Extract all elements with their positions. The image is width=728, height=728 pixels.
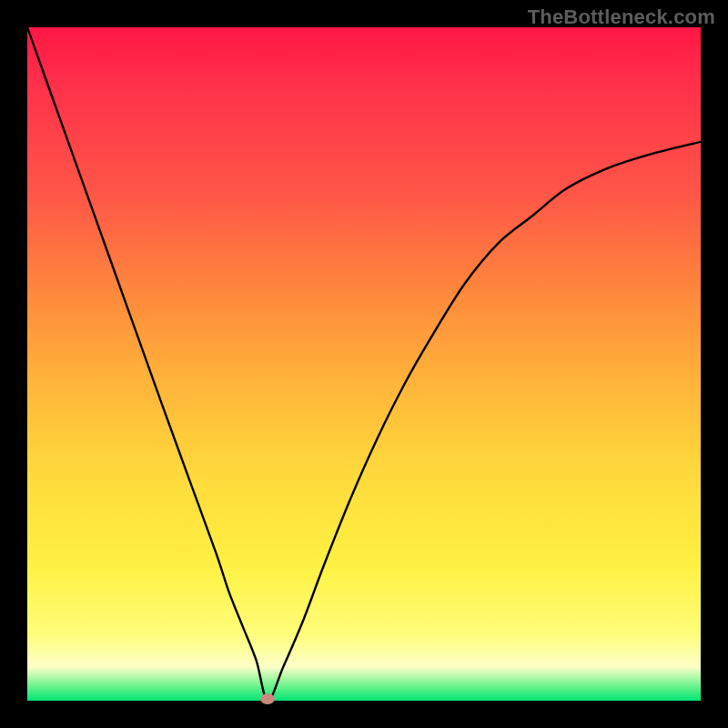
gradient-background	[27, 27, 701, 701]
chart-frame: TheBottleneck.com	[0, 0, 728, 728]
minimum-marker	[260, 693, 275, 704]
watermark-text: TheBottleneck.com	[528, 5, 715, 29]
